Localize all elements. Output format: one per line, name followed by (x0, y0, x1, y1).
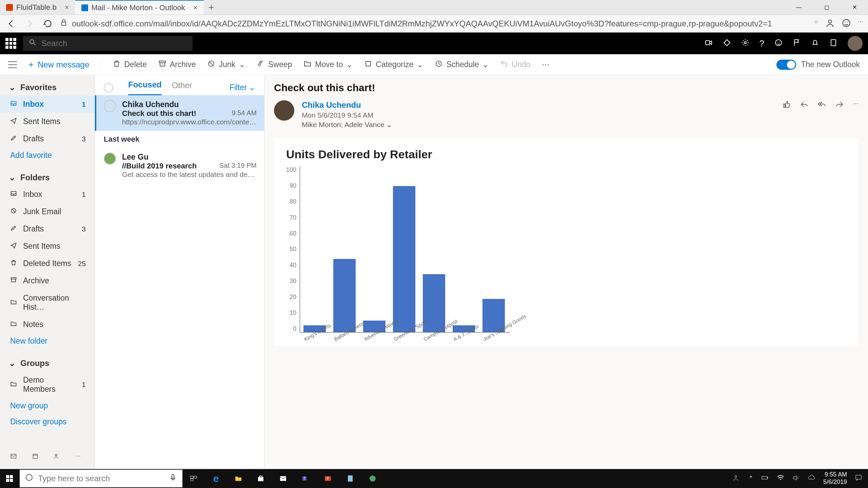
minimize-button[interactable]: — (785, 0, 812, 15)
action-center-icon[interactable] (854, 474, 863, 484)
categorize-button[interactable]: Categorize⌄ (364, 60, 423, 70)
message-item[interactable]: Chika UchenduCheck out this chart!9:54 A… (95, 95, 264, 131)
folders-section-header[interactable]: ⌄Folders (0, 169, 95, 186)
store-icon[interactable] (250, 469, 272, 488)
forward-button[interactable] (23, 17, 36, 30)
delete-button[interactable]: Delete (113, 60, 146, 70)
close-icon[interactable]: × (65, 3, 69, 12)
folder-sent-items[interactable]: Sent Items (0, 113, 95, 130)
add-favorite-link[interactable]: Add favorite (0, 147, 95, 163)
folder-drafts[interactable]: Drafts3 (0, 130, 95, 147)
app-launcher-icon[interactable] (5, 38, 16, 49)
new-tab-button[interactable]: + (204, 2, 219, 13)
folder-drafts[interactable]: Drafts3 (0, 220, 95, 238)
app-icon[interactable] (361, 469, 384, 488)
folder-deleted-items[interactable]: Deleted Items25 (0, 255, 95, 272)
taskbar-clock[interactable]: 9:55 AM 5/6/2019 (823, 471, 847, 486)
reply-all-icon[interactable] (818, 100, 826, 110)
wifi-icon[interactable] (776, 474, 785, 484)
discover-groups-link[interactable]: Discover groups (0, 414, 95, 430)
powerpoint-icon[interactable]: P (317, 469, 339, 488)
archive-button[interactable]: Archive (158, 60, 196, 70)
forward-icon[interactable] (835, 100, 844, 110)
folder-sent-items[interactable]: Sent Items (0, 238, 95, 255)
teams-icon[interactable]: T (294, 469, 317, 488)
whatsnew-icon[interactable] (829, 39, 837, 48)
browser-tab-fluidtable[interactable]: FluidTable.b × (0, 0, 75, 15)
more-icon[interactable]: ⋯ (858, 18, 863, 29)
favorites-section-header[interactable]: ⌄Favorites (0, 79, 95, 96)
refresh-button[interactable] (41, 17, 54, 30)
email-subject: Check out this chart! (274, 82, 859, 94)
settings-icon[interactable] (741, 39, 749, 48)
feedback-icon[interactable] (774, 39, 783, 48)
moveto-button[interactable]: Move to⌄ (303, 60, 353, 70)
tab-other[interactable]: Other (172, 81, 192, 95)
groups-section-header[interactable]: ⌄Groups (0, 355, 95, 371)
file-explorer-icon[interactable] (227, 469, 250, 488)
folder-archive[interactable]: Archive (0, 272, 95, 289)
close-icon[interactable]: × (193, 3, 198, 12)
new-outlook-toggle[interactable] (776, 60, 796, 70)
taskbar-search-input[interactable] (38, 474, 164, 483)
volume-icon[interactable] (792, 474, 800, 484)
schedule-button[interactable]: Schedule⌄ (435, 60, 489, 70)
new-group-link[interactable]: New group (0, 398, 95, 414)
maximize-button[interactable]: ▢ (813, 0, 840, 15)
diamond-icon[interactable] (723, 39, 731, 48)
task-view-icon[interactable] (182, 469, 205, 488)
nav-toggle-icon[interactable] (8, 61, 17, 68)
undo-button[interactable]: Undo (500, 60, 530, 70)
new-message-button[interactable]: +New message (28, 59, 89, 70)
folder-conversation-hist…[interactable]: Conversation Hist… (0, 289, 95, 316)
chevron-down-icon[interactable]: ⌄ (386, 121, 392, 128)
folder-inbox[interactable]: Inbox1 (0, 96, 95, 113)
sweep-button[interactable]: Sweep (257, 60, 292, 70)
notepad-icon[interactable] (339, 469, 361, 488)
mail-module-icon[interactable] (10, 453, 17, 461)
profile-icon[interactable] (825, 18, 835, 29)
svg-rect-33 (280, 476, 286, 481)
meet-now-icon[interactable] (705, 39, 713, 48)
tab-focused[interactable]: Focused (128, 80, 162, 95)
like-icon[interactable] (783, 100, 791, 110)
folder-notes[interactable]: Notes (0, 316, 95, 333)
new-folder-link[interactable]: New folder (0, 333, 95, 349)
reply-icon[interactable] (800, 100, 808, 110)
folder-demo-members[interactable]: Demo Members1 (0, 371, 95, 398)
back-button[interactable] (5, 17, 18, 30)
folder-icon (10, 380, 17, 389)
tray-chevron-up-icon[interactable]: ⌃ (748, 475, 753, 482)
taskbar-search[interactable] (20, 470, 182, 487)
help-icon[interactable]: ? (760, 38, 764, 49)
avatar[interactable] (848, 36, 863, 51)
more-commands-button[interactable]: ⋯ (542, 60, 550, 69)
filter-button[interactable]: Filter⌄ (230, 83, 255, 92)
folder-junk-email[interactable]: Junk Email (0, 203, 95, 220)
search-box[interactable] (23, 36, 193, 51)
notifications-icon[interactable] (811, 39, 819, 48)
address-bar[interactable]: outlook-sdf.office.com/mail/inbox/id/AAQ… (60, 19, 808, 29)
people-module-icon[interactable] (54, 453, 60, 461)
calendar-module-icon[interactable] (32, 453, 39, 461)
select-all-checkbox[interactable] (104, 83, 113, 93)
message-item[interactable]: Lee Gu//Build 2019 researchSat 3:19 PMGe… (95, 148, 264, 183)
battery-icon[interactable] (761, 474, 769, 484)
people-tray-icon[interactable] (733, 474, 741, 484)
close-window-button[interactable]: ✕ (841, 0, 868, 15)
feedback-icon[interactable] (842, 18, 851, 29)
flag-icon[interactable] (793, 39, 801, 48)
browser-tab-outlook[interactable]: Mail - Mike Morton - Outlook × (75, 0, 204, 15)
search-input[interactable] (41, 39, 187, 48)
more-modules-icon[interactable]: ⋯ (75, 453, 81, 461)
favorite-icon[interactable]: ☆ (814, 18, 818, 29)
folder-inbox[interactable]: Inbox1 (0, 186, 95, 203)
start-button[interactable] (0, 469, 19, 488)
mail-app-icon[interactable] (272, 469, 294, 488)
junk-button[interactable]: Junk⌄ (207, 60, 245, 70)
more-actions-icon[interactable]: ⋯ (853, 100, 859, 110)
edge-icon[interactable]: e (205, 469, 227, 488)
mic-icon[interactable] (169, 473, 177, 484)
onedrive-icon[interactable] (808, 474, 816, 484)
count-badge: 25 (78, 260, 86, 268)
